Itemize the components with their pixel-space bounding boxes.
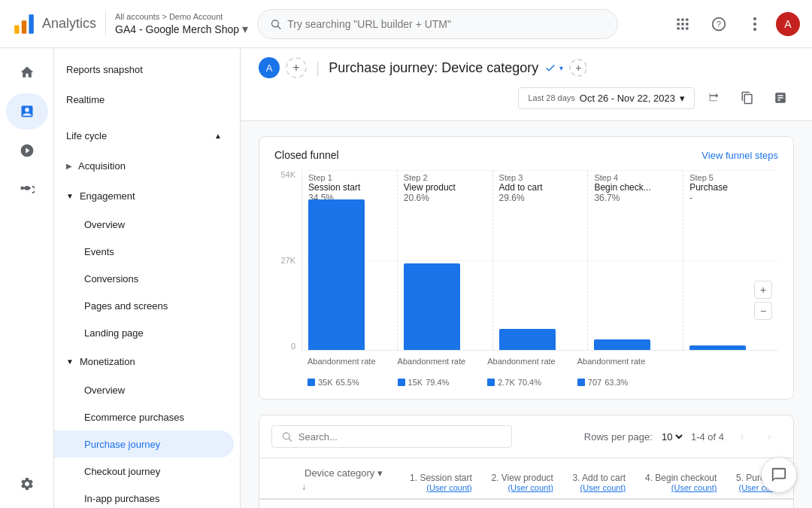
page-avatar[interactable]: A <box>259 57 280 78</box>
step1-label: Step 1 <box>308 173 360 182</box>
nav-purchase-journey[interactable]: Purchase journey <box>54 430 234 458</box>
apps-icon <box>675 17 690 32</box>
search-input[interactable] <box>287 18 605 30</box>
total-category <box>289 499 399 508</box>
zoom-controls: + − <box>754 281 772 320</box>
step2-info: Step 2 View product 20.6% <box>404 173 456 203</box>
funnel-steps-container: Step 1 Session start 34.5% Step 2 <box>301 170 778 351</box>
nav-realtime[interactable]: Realtime <box>54 84 234 114</box>
property-name[interactable]: GA4 - Google Merch Shop ▾ <box>115 22 248 36</box>
svg-rect-12 <box>681 27 683 29</box>
abandon-dot-4 <box>577 379 585 386</box>
share-button[interactable] <box>701 84 728 111</box>
monetization-caret: ▼ <box>66 357 74 366</box>
nav-reports-snapshot[interactable]: Reports snapshot <box>54 54 234 84</box>
zoom-in-button[interactable]: + <box>754 281 772 299</box>
step4-label: Step 4 <box>594 173 650 182</box>
sidebar-icon-explore[interactable] <box>6 132 48 169</box>
advertising-icon <box>20 182 35 197</box>
date-range-value: Oct 26 - Nov 22, 2023 <box>580 93 675 104</box>
chat-icon <box>771 467 787 483</box>
rows-per-page-select[interactable]: 10 25 50 <box>659 430 685 443</box>
y-label-27k: 27K <box>280 256 295 265</box>
col4-main: 4. Begin checkout <box>645 473 717 483</box>
svg-point-17 <box>753 23 756 26</box>
user-avatar[interactable]: A <box>776 12 800 36</box>
svg-rect-2 <box>29 14 33 34</box>
step4-name: Begin check... <box>594 182 650 193</box>
nav-acquisition-label: Acquisition <box>78 160 126 172</box>
abandonment-values-row: 35K 65.5% 15K 79.4% 2.7K 70.4% <box>259 378 793 399</box>
nav-lifecycle-header[interactable]: Life cycle ▲ <box>54 120 234 151</box>
nav-conversions[interactable]: Conversions <box>54 265 234 292</box>
funnel-chart-area: 54K 27K 0 Step 1 Session start <box>259 161 793 351</box>
prev-page-button[interactable]: ‹ <box>730 424 754 449</box>
total-rank <box>259 499 289 508</box>
nav-engagement-overview[interactable]: Overview <box>54 211 234 238</box>
export-button[interactable] <box>734 84 761 111</box>
col-add-to-cart: 3. Add to cart (User count) <box>562 458 635 499</box>
svg-rect-10 <box>686 23 688 25</box>
add-comparison-button[interactable]: + <box>286 57 307 78</box>
col-session-start-header: 1. Session start (User count) <box>408 473 471 492</box>
abandon-empty <box>661 357 751 366</box>
next-page-button[interactable]: › <box>757 424 781 449</box>
total-purchase: 410 100% of total <box>726 499 793 508</box>
search-bar[interactable] <box>257 9 618 39</box>
col1-sub: (User count) <box>426 483 472 492</box>
insights-button[interactable] <box>767 84 794 111</box>
zoom-out-button[interactable]: − <box>754 302 772 320</box>
col-add-to-cart-header: 3. Add to cart (User count) <box>571 473 626 492</box>
view-funnel-link[interactable]: View funnel steps <box>701 150 778 161</box>
page-header: A + | Purchase journey: Device category … <box>241 48 812 121</box>
compare-badge[interactable]: ▾ <box>544 62 563 74</box>
svg-rect-11 <box>677 27 680 29</box>
step1-info: Step 1 Session start 34.5% <box>308 173 360 203</box>
nav-checkout-journey[interactable]: Checkout journey <box>54 458 234 485</box>
sidebar-icon-reports[interactable] <box>6 93 48 129</box>
total-begin-checkout: 1,117 100% of total <box>635 499 726 508</box>
table-toolbar: Rows per page: 10 25 50 1-4 of 4 ‹ › <box>259 415 793 458</box>
sidebar-icon-settings[interactable] <box>6 466 48 502</box>
add-view-button[interactable]: + <box>569 59 587 77</box>
page-header-left: A + | Purchase journey: Device category … <box>259 57 587 78</box>
table-search-input[interactable] <box>298 431 502 443</box>
topbar-right: ? A <box>668 9 800 39</box>
nav-acquisition[interactable]: ▶ Acquisition <box>54 151 234 181</box>
step4-info: Step 4 Begin check... 36.7% <box>594 173 650 203</box>
nav-inapp-purchases[interactable]: In-app purchases <box>54 485 234 508</box>
nav-events[interactable]: Events <box>54 238 234 265</box>
col-rank <box>259 458 289 499</box>
nav-monetization-overview[interactable]: Overview <box>54 376 234 403</box>
more-icon <box>753 17 756 31</box>
sidebar-icon-home[interactable] <box>6 54 48 90</box>
search-icon <box>270 18 281 30</box>
apps-icon-button[interactable] <box>668 9 698 39</box>
date-label: Last 28 days <box>528 93 574 102</box>
col-session-start: 1. Session start (User count) <box>399 458 480 499</box>
svg-rect-13 <box>686 27 688 29</box>
step3-bar-area <box>499 329 556 350</box>
abandon-label-3: Abandonment rate <box>481 357 571 366</box>
nav-ecommerce-purchases[interactable]: Ecommerce purchases <box>54 403 234 430</box>
table-search-container <box>271 425 512 448</box>
nav-pages-screens[interactable]: Pages and screens <box>54 292 234 319</box>
chat-button[interactable] <box>761 457 797 493</box>
more-options-button[interactable] <box>740 9 770 39</box>
sidebar-icon-settings-bottom[interactable] <box>6 466 48 502</box>
help-icon-button[interactable]: ? <box>704 9 734 39</box>
dimension-filter-button[interactable]: Device category ▾ <box>298 464 389 482</box>
y-axis: 54K 27K 0 <box>274 170 301 351</box>
topbar: Analytics All accounts > Demo Account GA… <box>0 0 812 48</box>
nav-monetization-label: Monetization <box>80 356 135 367</box>
col-view-product-header: 2. View product (User count) <box>490 473 553 492</box>
step5-bar <box>689 345 746 350</box>
abandon-count-4: 707 <box>588 378 601 387</box>
sidebar-icon-advertising[interactable] <box>6 172 48 208</box>
nav-engagement[interactable]: ▼ Engagement <box>54 181 234 211</box>
nav-monetization[interactable]: ▼ Monetization <box>54 346 234 376</box>
nav-landing-page[interactable]: Landing page <box>54 319 234 346</box>
abandon-dot-2 <box>398 379 405 386</box>
date-range-picker[interactable]: Last 28 days Oct 26 - Nov 22, 2023 ▾ <box>518 87 695 109</box>
content-area: Closed funnel View funnel steps 54K 27K … <box>241 121 812 508</box>
